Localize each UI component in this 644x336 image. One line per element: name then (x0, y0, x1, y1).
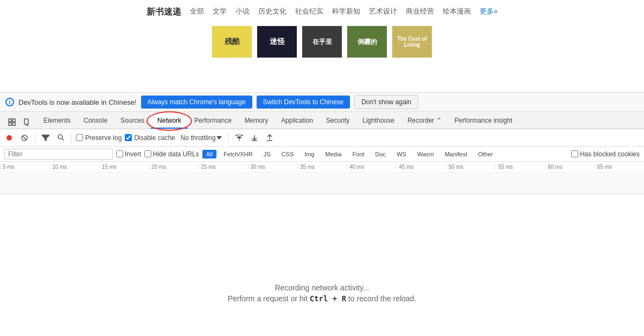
filter-type-doc[interactable]: Doc (372, 150, 390, 159)
filter-type-js[interactable]: JS (260, 150, 275, 159)
book-cover-1[interactable]: 残酷 (212, 26, 252, 58)
nav-literature[interactable]: 文学 (213, 7, 227, 18)
filter-type-wasm[interactable]: Wasm (413, 150, 438, 159)
filter-type-fetch-xhr[interactable]: Fetch/XHR (220, 150, 257, 159)
import-har-button[interactable] (248, 132, 260, 144)
book-cover-4[interactable]: 倒霾的 (347, 26, 387, 58)
filter-type-img[interactable]: Img (301, 150, 318, 159)
filter-type-manifest[interactable]: Manifest (441, 150, 471, 159)
throttle-select[interactable]: No throttling (178, 133, 225, 143)
tick-45ms: 45 ms (397, 164, 446, 170)
tick-10ms: 10 ms (49, 164, 99, 170)
svg-line-10 (62, 139, 64, 141)
tick-50ms: 50 ms (446, 164, 495, 170)
device-toolbar-button[interactable] (21, 116, 34, 129)
tab-performance-insight[interactable]: Performance insight (448, 113, 519, 129)
filter-type-all[interactable]: All (202, 150, 216, 159)
tick-55ms: 55 ms (495, 164, 545, 170)
book-cover-2[interactable]: 迷怪 (257, 26, 297, 58)
timeline-area: 5 ms 10 ms 15 ms 20 ms 25 ms 30 ms 35 ms… (0, 162, 644, 194)
info-icon: i (5, 98, 14, 106)
switch-to-chinese-button[interactable]: Switch DevTools to Chinese (257, 96, 350, 109)
notification-text: DevTools is now available in Chinese! (18, 98, 137, 106)
svg-point-9 (58, 135, 62, 139)
svg-rect-3 (12, 123, 15, 125)
devtools-notification-bar: i DevTools is now available in Chinese! … (0, 92, 644, 112)
has-blocked-cookies-label[interactable]: Has blocked cookies (571, 150, 640, 158)
svg-rect-4 (24, 119, 28, 124)
svg-rect-0 (9, 119, 11, 122)
inspector-icon-button[interactable] (5, 116, 18, 129)
tab-recorder[interactable]: Recorder ⌃ (401, 113, 448, 129)
hide-data-urls-label[interactable]: Hide data URLs (144, 150, 199, 158)
tab-console[interactable]: Console (77, 113, 114, 129)
tab-elements[interactable]: Elements (37, 113, 77, 129)
nav-art[interactable]: 艺术设计 (369, 7, 397, 18)
tab-application[interactable]: Application (275, 113, 320, 129)
book-cover-3[interactable]: 在乎里 (302, 26, 342, 58)
wifi-icon-button[interactable] (233, 132, 245, 144)
hide-data-urls-checkbox[interactable] (144, 150, 151, 157)
filter-type-media[interactable]: Media (322, 150, 346, 159)
network-toolbar: Preserve log Disable cache No throttling (0, 129, 644, 147)
tick-5ms: 5 ms (0, 164, 49, 170)
nav-science[interactable]: 科学新知 (332, 7, 360, 18)
tab-network[interactable]: Network (151, 113, 188, 129)
book-covers: 残酷 迷怪 在乎里 倒霾的 The Cost of Living (212, 26, 432, 58)
disable-cache-checkbox[interactable] (125, 134, 132, 141)
disable-cache-label[interactable]: Disable cache (125, 134, 175, 142)
recording-text: Recording network activity... (275, 283, 369, 292)
tab-performance[interactable]: Performance (188, 113, 238, 129)
toolbar-divider-1 (35, 132, 35, 143)
tick-20ms: 20 ms (149, 164, 198, 170)
tab-sources[interactable]: Sources (114, 113, 151, 129)
tick-30ms: 30 ms (248, 164, 297, 170)
filter-icon-button[interactable] (40, 132, 52, 144)
has-blocked-cookies-checkbox[interactable] (571, 150, 578, 157)
hint-suffix: to record the reload. (348, 294, 416, 303)
network-empty-state: Recording network activity... Perform a … (0, 194, 644, 314)
record-button[interactable] (3, 132, 15, 144)
nav-fiction[interactable]: 小说 (235, 7, 250, 18)
nav-comics[interactable]: 绘本漫画 (443, 7, 471, 18)
tick-25ms: 25 ms (198, 164, 247, 170)
site-navigation: 新书速递 全部 文学 小说 历史文化 社会纪实 科学新知 艺术设计 商业经营 绘… (146, 7, 498, 18)
svg-rect-5 (26, 125, 28, 126)
preserve-log-checkbox[interactable] (76, 134, 83, 141)
shortcut-text: Ctrl + R (310, 294, 346, 303)
more-link[interactable]: 更多» (480, 7, 498, 18)
toolbar-divider-3 (228, 132, 229, 143)
clear-button[interactable] (18, 132, 30, 144)
invert-filter-label[interactable]: Invert (116, 150, 141, 158)
invert-checkbox[interactable] (116, 150, 123, 157)
filter-type-ws[interactable]: WS (393, 150, 410, 159)
nav-all[interactable]: 全部 (190, 7, 204, 18)
website-area: 新书速递 全部 文学 小说 历史文化 社会纪实 科学新知 艺术设计 商业经营 绘… (0, 0, 644, 92)
svg-rect-2 (9, 123, 11, 125)
tick-65ms: 65 ms (595, 164, 644, 170)
book-cover-5[interactable]: The Cost of Living (392, 26, 432, 58)
preserve-log-label[interactable]: Preserve log (76, 134, 122, 142)
svg-point-6 (7, 135, 12, 141)
tab-lighthouse[interactable]: Lighthouse (356, 113, 401, 129)
filter-type-other[interactable]: Other (474, 150, 497, 159)
search-icon-button[interactable] (55, 132, 67, 144)
filter-bar: Invert Hide data URLs All Fetch/XHR JS C… (0, 147, 644, 162)
export-har-button[interactable] (264, 132, 276, 144)
filter-type-css[interactable]: CSS (278, 150, 298, 159)
tab-memory[interactable]: Memory (238, 113, 275, 129)
timeline-content (0, 173, 644, 194)
timeline-ruler: 5 ms 10 ms 15 ms 20 ms 25 ms 30 ms 35 ms… (0, 162, 644, 173)
dont-show-again-button[interactable]: Don't show again (354, 95, 418, 109)
tab-icons-left (2, 116, 37, 129)
svg-line-8 (23, 136, 27, 140)
nav-history[interactable]: 历史文化 (258, 7, 286, 18)
svg-rect-1 (12, 119, 15, 122)
match-language-button[interactable]: Always match Chrome's language (141, 96, 252, 109)
nav-business[interactable]: 商业经营 (406, 7, 434, 18)
filter-type-font[interactable]: Font (349, 150, 368, 159)
tab-security[interactable]: Security (320, 113, 356, 129)
hint-prefix: Perform a request or hit (228, 294, 308, 303)
filter-input[interactable] (4, 149, 113, 160)
nav-society[interactable]: 社会纪实 (295, 7, 323, 18)
